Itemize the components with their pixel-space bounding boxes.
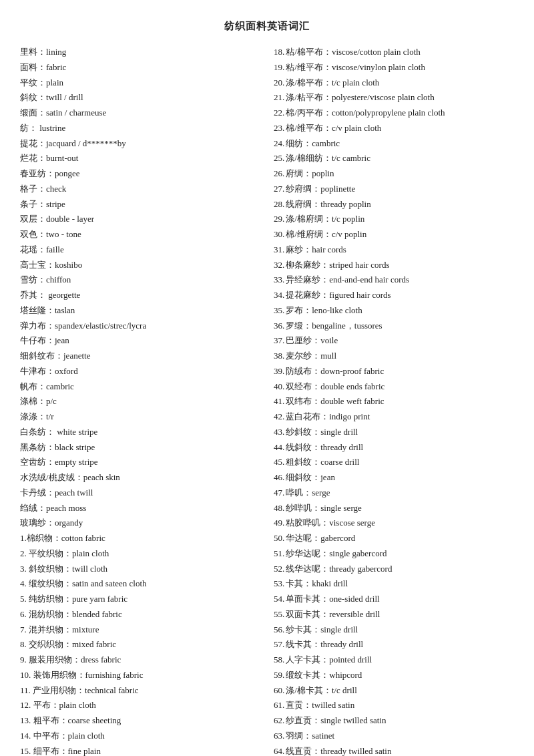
list-item: 44.线斜纹：thready drill [274, 440, 514, 455]
item-label: 棉/丙平布： [286, 108, 332, 118]
item-value: peach skin [83, 472, 120, 482]
item-label: 双面卡其： [286, 609, 329, 619]
list-item: 45.粗斜纹：coarse drill [274, 455, 514, 470]
item-num: 19. [274, 62, 284, 72]
item-label: 棉/维府绸： [286, 229, 332, 239]
item-label: 涤/棉平布： [286, 77, 332, 87]
item-value: thready drill [320, 442, 363, 452]
list-item: 塔丝隆：taslan [20, 303, 260, 319]
list-item: 56.纱卡其：single drill [274, 622, 514, 638]
item-label: 空齿纺： [20, 457, 55, 467]
item-value: end-and-end hair cords [329, 274, 409, 285]
list-item: 51.纱华达呢：single gabercord [274, 546, 514, 562]
item-num: 25. [274, 153, 284, 163]
item-label: 缎面： [20, 108, 46, 118]
item-label: 13. 粗平布： [20, 715, 68, 725]
list-item: 9. 服装用织物：dress fabric [20, 652, 260, 668]
item-label: 棉/维平布： [286, 123, 332, 133]
item-num: 59. [274, 670, 284, 680]
item-value: empty stripe [55, 457, 98, 467]
list-item: 47.哔叽：serge [274, 486, 514, 501]
list-item: 29.涤/棉府绸：t/c poplin [274, 212, 514, 227]
item-value: check [46, 184, 66, 194]
item-num: 61. [274, 700, 284, 710]
item-num: 55. [274, 609, 284, 619]
item-value: spandex/elastic/strec/lycra [55, 321, 146, 331]
item-num: 51. [274, 548, 284, 558]
list-item: 条子：stripe [20, 197, 260, 212]
list-item: 烂花：burnt-out [20, 151, 260, 166]
item-value: oxford [55, 366, 78, 376]
list-item: 里料：lining [20, 45, 260, 60]
item-label: 里料： [20, 47, 46, 57]
item-value: cambric [312, 138, 340, 148]
item-value: mixture [72, 624, 99, 634]
item-num: 38. [274, 351, 284, 361]
item-label: 蓝白花布： [286, 411, 329, 421]
item-label: 异经麻纱： [286, 274, 329, 285]
item-value: lining [46, 47, 66, 57]
item-num: 47. [274, 488, 284, 498]
item-value: twill cloth [72, 564, 107, 574]
list-item: 36.罗缎：bengaline，tussores [274, 319, 514, 334]
list-item: 19.粘/维平布：viscose/vinylon plain cloth [274, 60, 514, 75]
item-num: 37. [274, 335, 284, 345]
item-num: 29. [274, 214, 284, 224]
item-value: two - tone [46, 229, 81, 239]
item-label: 纱华达呢： [286, 548, 329, 558]
item-num: 63. [274, 731, 284, 741]
list-item: 双层：double - layer [20, 212, 260, 227]
item-value: c/v plain cloth [332, 123, 381, 133]
item-label: 双纬布： [286, 396, 320, 406]
list-item: 49.粘胶哔叽：viscose serge [274, 516, 514, 531]
item-label: 线卡其： [286, 639, 320, 649]
list-item: 双色：two - tone [20, 227, 260, 242]
list-item: 61.直贡：twilled satin [274, 698, 514, 713]
list-item: 38.麦尔纱：mull [274, 349, 514, 364]
list-item: 60.涤/棉卡其：t/c drill [274, 683, 514, 699]
list-item: 46.细斜纹：jean [274, 470, 514, 486]
list-item: 涤涤：t/r [20, 409, 260, 425]
item-num: 21. [274, 92, 284, 102]
item-label: 卡丹绒： [20, 488, 55, 498]
list-item: 21.涤/粘平布：polyestere/viscose plain cloth [274, 90, 514, 106]
list-item: 12. 平布：plain cloth [20, 698, 260, 713]
list-item: 卡丹绒：peach twill [20, 486, 260, 501]
item-label: 乔其： [20, 290, 48, 300]
list-item: 33.异经麻纱：end-and-end hair cords [274, 272, 514, 288]
item-value: plain cloth [68, 731, 105, 741]
item-value: t/c plain cloth [332, 77, 379, 87]
item-value: jacquard / d*******by [46, 138, 126, 148]
list-item: 14. 中平布：plain cloth [20, 729, 260, 744]
item-value: t/r [46, 411, 54, 421]
item-value: organdy [55, 518, 83, 528]
item-value: dress fabric [81, 654, 121, 665]
right-column: 18.粘/棉平布：viscose/cotton plain cloth19.粘/… [274, 45, 514, 756]
list-item: 牛津布：oxford [20, 364, 260, 379]
item-value: polyestere/viscose plain cloth [332, 92, 435, 102]
item-num: 54. [274, 594, 284, 604]
item-num: 50. [274, 533, 284, 543]
item-value: serge [312, 488, 330, 498]
item-value: leno-like cloth [312, 305, 362, 315]
item-label: 线斜纹： [286, 442, 320, 452]
list-item: 39.防绒布：down-proof fabric [274, 364, 514, 379]
item-label: 雪纺： [20, 274, 46, 285]
list-item: 28.线府绸：thready poplin [274, 197, 514, 212]
item-num: 45. [274, 457, 284, 467]
item-num: 64. [274, 746, 284, 756]
item-label: 12. 平布： [20, 700, 59, 710]
item-label: 双层： [20, 214, 46, 224]
item-label: 粗斜纹： [286, 457, 320, 467]
item-value: white stripe [57, 427, 97, 437]
list-item: 48.纱哔叽：single serge [274, 501, 514, 516]
item-value: striped hair cords [329, 260, 389, 270]
item-value: t/c drill [332, 685, 357, 695]
list-item: 25.涤/棉细纺：t/c cambric [274, 151, 514, 166]
item-value: cambric [46, 381, 74, 391]
item-value: single twilled satin [320, 715, 386, 725]
item-label: 府绸： [286, 168, 312, 178]
item-label: 线府绸： [286, 199, 320, 209]
item-label: 7. 混并织物： [20, 624, 72, 634]
list-item: 弹力布：spandex/elastic/strec/lycra [20, 319, 260, 334]
